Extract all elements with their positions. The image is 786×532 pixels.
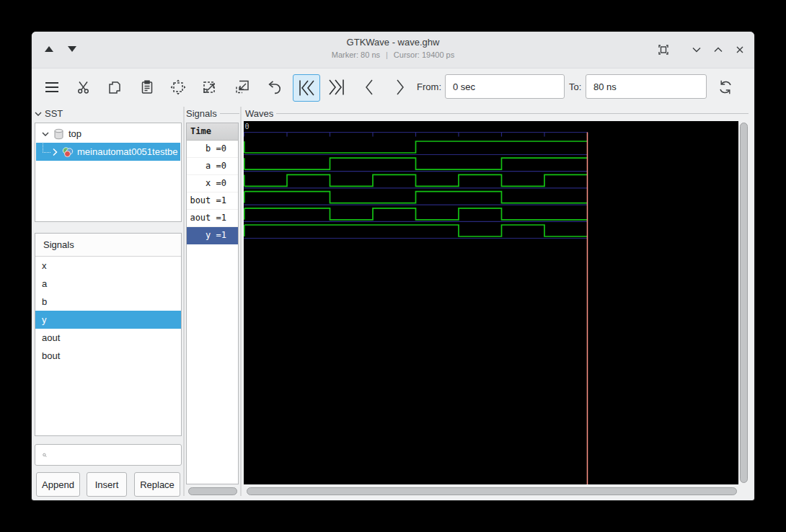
signal-list-item-x[interactable]: x [35, 257, 181, 275]
gtkwave-window: GTKWave - wave.ghw Marker: 80 ns|Cursor:… [32, 32, 754, 500]
tree-item-meinautomat[interactable]: meinautomat0051testbe [36, 143, 180, 161]
search-icon [43, 450, 47, 461]
tree-item-top[interactable]: top [36, 125, 180, 143]
marker-status: Marker: 80 ns [332, 50, 380, 59]
tree-connector [43, 143, 50, 153]
tree-item-label: top [69, 128, 81, 139]
window-status: Marker: 80 ns|Cursor: 19400 ps [32, 50, 754, 59]
from-input[interactable] [445, 74, 565, 99]
replace-button[interactable]: Replace [134, 472, 180, 497]
copy-icon[interactable] [102, 74, 128, 100]
titlebar[interactable]: GTKWave - wave.ghw Marker: 80 ns|Cursor:… [32, 32, 754, 68]
fullscreen-icon[interactable] [655, 41, 672, 58]
step-left-icon[interactable] [356, 74, 382, 100]
splitter-left[interactable] [183, 107, 185, 496]
zoom-fit-icon[interactable] [165, 74, 191, 100]
close-icon[interactable] [731, 41, 749, 58]
signal-list-header[interactable]: Signals [35, 234, 181, 257]
signal-list-item-bout[interactable]: bout [35, 347, 181, 365]
jump-to-end-icon[interactable] [324, 74, 350, 100]
paste-icon[interactable] [134, 74, 160, 100]
signal-value-row-aout[interactable]: aout =1 [187, 210, 238, 227]
signal-value-row-bout[interactable]: bout =1 [187, 192, 238, 210]
zoom-out-icon[interactable] [229, 74, 255, 100]
signal-value-row-b[interactable]: b =0 [187, 141, 238, 158]
search-input[interactable] [51, 444, 181, 466]
menu-icon[interactable] [39, 74, 65, 100]
to-input[interactable] [586, 74, 707, 99]
from-label: From: [415, 81, 441, 92]
maximize-icon[interactable] [710, 41, 727, 58]
time-header[interactable]: Time [187, 123, 238, 141]
wave-trace-x [244, 174, 587, 186]
wave-trace-bout [244, 192, 587, 203]
step-right-icon[interactable] [387, 74, 413, 100]
wave-trace-y [244, 225, 587, 236]
search-box [35, 444, 182, 466]
jump-to-start-icon[interactable] [293, 74, 320, 102]
window-title: GTKWave - wave.ghw [32, 37, 754, 48]
splitter-right[interactable] [240, 107, 242, 496]
status-divider: | [386, 50, 388, 59]
zoom-in-icon[interactable] [197, 74, 223, 100]
wave-trace-a [244, 158, 587, 169]
wave-canvas[interactable]: 0 [244, 121, 738, 484]
signal-value-row-x[interactable]: x =0 [187, 175, 238, 192]
signal-list-item-b[interactable]: b [35, 293, 181, 311]
module-icon [61, 146, 74, 158]
signal-list-rows: xabyaoutbout [35, 257, 181, 365]
undo-icon[interactable] [262, 74, 288, 100]
reload-icon[interactable] [712, 74, 738, 100]
wave-trace-b [244, 141, 587, 153]
sst-tree-panel: top meinautomat0051testbe [35, 123, 182, 222]
signal-value-row-a[interactable]: a =0 [187, 158, 238, 175]
signal-value-row-y[interactable]: y =1 [187, 227, 238, 244]
waveform-svg: 0 [244, 121, 738, 484]
waves-vscrollbar[interactable] [740, 123, 748, 483]
append-button[interactable]: Append [36, 472, 80, 497]
insert-button[interactable]: Insert [87, 472, 127, 497]
cursor-status: Cursor: 19400 ps [394, 50, 454, 59]
minimize-icon[interactable] [688, 41, 705, 58]
signal-list-item-aout[interactable]: aout [35, 329, 181, 347]
timeline-origin-label: 0 [245, 123, 250, 130]
signals-frame-label: Signals [186, 108, 239, 119]
signal-list-panel: Signals xabyaoutbout [35, 233, 182, 436]
desktop-background: GTKWave - wave.ghw Marker: 80 ns|Cursor:… [0, 0, 786, 532]
signals-values-panel: Time b =0a =0x =0bout =1aout =1y =1 [186, 123, 239, 484]
cut-icon[interactable] [71, 74, 97, 100]
database-cylinder-icon [53, 128, 64, 140]
waves-frame-label: Waves [245, 108, 749, 119]
sst-header[interactable]: SST [35, 108, 78, 119]
to-label: To: [569, 81, 581, 92]
tree-item-label: meinautomat0051testbe [77, 146, 177, 157]
signal-value-rows: b =0a =0x =0bout =1aout =1y =1 [187, 141, 238, 244]
signals-hscrollbar[interactable] [188, 487, 237, 495]
wave-trace-aout [244, 208, 587, 220]
signal-list-item-y[interactable]: y [35, 311, 181, 329]
waves-hscrollbar[interactable] [247, 487, 737, 495]
signal-list-item-a[interactable]: a [35, 275, 181, 293]
